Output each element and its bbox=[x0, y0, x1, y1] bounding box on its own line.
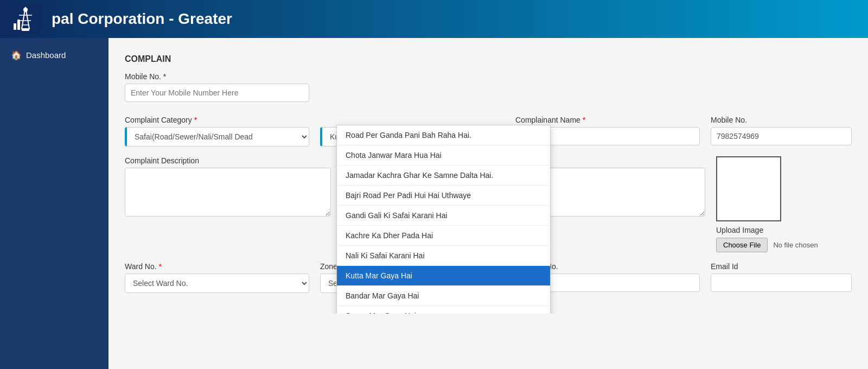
ward-no-select[interactable]: Select Ward No. bbox=[125, 273, 309, 293]
complaint-category-group: Complaint Category * Safai(Road/Sewer/Na… bbox=[125, 116, 309, 147]
complaint-desc-textarea[interactable] bbox=[125, 168, 331, 217]
dropdown-item[interactable]: Road Per Ganda Pani Bah Raha Hai. bbox=[337, 125, 550, 145]
choose-file-button[interactable]: Choose File bbox=[716, 238, 768, 252]
complaint-category-label: Complaint Category * bbox=[125, 116, 309, 124]
svg-rect-8 bbox=[17, 20, 20, 30]
dropdown-item[interactable]: Kachre Ka Dher Pada Hai bbox=[337, 226, 550, 246]
svg-rect-7 bbox=[14, 23, 16, 30]
dropdown-item[interactable]: Jamadar Kachra Ghar Ke Samne Dalta Hai. bbox=[337, 166, 550, 186]
svg-rect-2 bbox=[22, 29, 29, 31]
image-preview-box bbox=[716, 156, 781, 221]
mobile-no-group: Mobile No. bbox=[711, 116, 852, 145]
mobile-no-label: Mobile No. bbox=[711, 116, 852, 124]
ward-no-label: Ward No. * bbox=[125, 262, 309, 271]
dropdown-item[interactable]: Bajri Road Per Padi Hui Hai Uthwaye bbox=[337, 186, 550, 206]
svg-point-3 bbox=[23, 8, 28, 12]
dropdown-item[interactable]: Kutta Mar Gaya Hai bbox=[337, 266, 550, 286]
ward-no-group: Ward No. * Select Ward No. bbox=[125, 262, 309, 293]
header-title: pal Corporation - Greater bbox=[52, 10, 232, 28]
sidebar-item-dashboard[interactable]: 🏠 Dashboard bbox=[0, 43, 108, 67]
file-input-row: Choose File No file chosen bbox=[716, 238, 818, 252]
mobile-top-group: Mobile No. * bbox=[125, 72, 309, 102]
upload-section: Upload Image Choose File No file chosen bbox=[716, 156, 852, 252]
dropdown-item[interactable]: Nali Ki Safai Karani Hai bbox=[337, 246, 550, 266]
complaint-category-select[interactable]: Safai(Road/Sewer/Nali/Small Dead bbox=[125, 127, 309, 147]
complaint-desc-group: Complaint Description bbox=[125, 156, 331, 217]
sidebar-dashboard-label: Dashboard bbox=[26, 50, 66, 60]
mobile-no-input[interactable] bbox=[711, 127, 852, 145]
section-title: COMPLAIN bbox=[125, 54, 852, 64]
logo-icon bbox=[11, 4, 41, 34]
complainant-name-label: Complainant Name * bbox=[515, 116, 700, 124]
complaint-sub-label bbox=[320, 116, 505, 124]
dropdown-item[interactable]: Bandar Mar Gaya Hai bbox=[337, 286, 550, 306]
main-content: COMPLAIN Mobile No. * Complaint Category… bbox=[108, 38, 868, 314]
home-icon: 🏠 bbox=[11, 50, 22, 60]
sidebar: 🏠 Dashboard bbox=[0, 38, 108, 314]
header: pal Corporation - Greater bbox=[0, 0, 868, 38]
complaint-desc-label: Complaint Description bbox=[125, 156, 331, 165]
dropdown-item[interactable]: Suwar Mar Gaya Hai bbox=[337, 306, 550, 314]
email-input[interactable] bbox=[711, 273, 852, 292]
email-group: Email Id bbox=[711, 262, 852, 292]
mobile-top-input[interactable] bbox=[125, 84, 309, 102]
no-file-text: No file chosen bbox=[773, 241, 818, 249]
dropdown-item[interactable]: Chota Janwar Mara Hua Hai bbox=[337, 145, 550, 166]
email-label: Email Id bbox=[711, 262, 852, 271]
mobile-top-label: Mobile No. * bbox=[125, 72, 309, 81]
dropdown-item[interactable]: Gandi Gali Ki Safai Karani Hai bbox=[337, 206, 550, 226]
complaint-sub-dropdown: Road Per Ganda Pani Bah Raha Hai.Chota J… bbox=[336, 125, 551, 314]
upload-image-label: Upload Image bbox=[716, 226, 763, 234]
